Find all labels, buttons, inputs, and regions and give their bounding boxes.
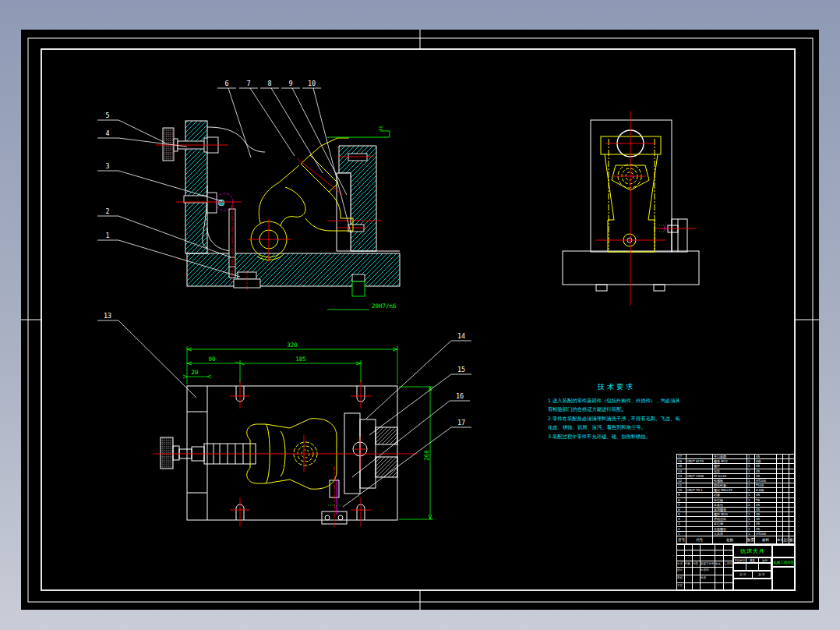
technical-requirements: 技术要求 1.进入装配的零件及部件（包括外购件、外协件），均必须具有检验部门的合… [548,382,685,441]
bom-cell: 代号 [686,536,713,544]
bom-cell: 数量 [747,536,755,544]
title-block: 标记 处数 分区 更改文件号 签名 年月日 设计 标准化 审核 批准 工艺 铣床… [676,544,795,590]
tech-req-line: 2.零件在装配前必须清理和清洗干净，不得有毛刺、飞边、氧 [548,414,685,423]
tech-req-line: 化皮、锈蚀、切屑、油污、着色剂和灰尘等。 [548,423,685,431]
bom-header-row: 序号代号名称数量材料单件总计备注 [677,536,795,544]
tech-req-lines: 1.进入装配的零件及部件（包括外购件、外协件），均必须具有检验部门的合格证方能进… [548,396,685,441]
drawing-name: 铣床夹具 [733,545,772,557]
title-block-values-row [733,563,772,571]
bom-cell: 序号 [677,536,686,544]
bom-table: 17开口垫圈14516GB/T 6170螺母 M1228级15螺杆14514压块… [676,454,795,544]
bom-cell: 单件 [777,536,783,544]
tech-req-title: 技术要求 [548,382,685,392]
title-block-sheet-row: 共 张 第 张 [733,571,772,579]
bom-cell: 名称 [713,536,747,544]
organization: 机械工程学院 [772,557,796,567]
tech-req-line: 有检验部门的合格证方能进行装配。 [548,405,685,413]
bom-cell: 总计 [783,536,789,544]
tech-req-line: 3.装配过程中零件不允许磕、碰、划伤和锈蚀。 [548,432,685,441]
title-block-revision-grid: 标记 处数 分区 更改文件号 签名 年月日 设计 标准化 审核 批准 工艺 [677,545,733,591]
bom-cell: 材料 [755,536,777,544]
bom-cell: 备注 [789,536,795,544]
cad-viewer-background: 20H7/n6 [0,0,840,630]
title-block-stage-row: 阶段标记 重量 比例 [733,557,772,563]
tech-req-line: 1.进入装配的零件及部件（包括外购件、外协件），均必须具 [548,396,685,405]
